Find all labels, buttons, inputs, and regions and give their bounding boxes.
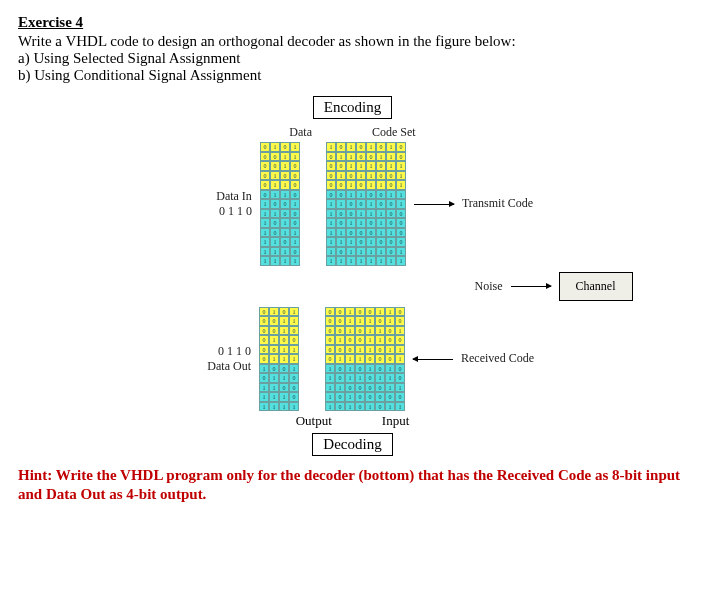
matrix-cell: 0 bbox=[259, 335, 269, 345]
matrix-cell: 0 bbox=[365, 354, 375, 364]
matrix-cell: 0 bbox=[395, 392, 405, 402]
matrix-cell: 0 bbox=[260, 161, 270, 171]
matrix-cell: 1 bbox=[375, 307, 385, 317]
matrix-cell: 0 bbox=[365, 307, 375, 317]
matrix-cell: 1 bbox=[376, 228, 386, 238]
matrix-cell: 0 bbox=[260, 171, 270, 181]
matrix-cell: 0 bbox=[325, 307, 335, 317]
data-in-label: Data In bbox=[172, 189, 252, 204]
matrix-cell: 0 bbox=[269, 364, 279, 374]
matrix-cell: 0 bbox=[386, 180, 396, 190]
data-header: Data bbox=[289, 125, 312, 140]
matrix-cell: 1 bbox=[290, 199, 300, 209]
matrix-cell: 0 bbox=[356, 142, 366, 152]
matrix-cell: 0 bbox=[290, 161, 300, 171]
matrix-cell: 0 bbox=[365, 392, 375, 402]
decoder-data-matrix: 0101001100100100001101111001011011001110… bbox=[259, 307, 299, 412]
matrix-cell: 0 bbox=[326, 190, 336, 200]
encoder-data-matrix: 0101001100100100011001101001110010101011… bbox=[260, 142, 300, 266]
matrix-cell: 1 bbox=[326, 247, 336, 257]
matrix-cell: 0 bbox=[336, 161, 346, 171]
matrix-cell: 1 bbox=[336, 256, 346, 266]
matrix-cell: 1 bbox=[270, 171, 280, 181]
matrix-cell: 1 bbox=[269, 354, 279, 364]
matrix-cell: 0 bbox=[260, 152, 270, 162]
matrix-cell: 1 bbox=[356, 209, 366, 219]
matrix-cell: 1 bbox=[279, 345, 289, 355]
matrix-cell: 0 bbox=[280, 199, 290, 209]
matrix-cell: 1 bbox=[290, 142, 300, 152]
matrix-cell: 1 bbox=[365, 402, 375, 412]
matrix-cell: 1 bbox=[279, 354, 289, 364]
matrix-cell: 0 bbox=[290, 190, 300, 200]
noise-arrow bbox=[511, 286, 551, 287]
matrix-cell: 0 bbox=[270, 218, 280, 228]
matrix-cell: 0 bbox=[326, 161, 336, 171]
matrix-cell: 0 bbox=[290, 180, 300, 190]
matrix-cell: 1 bbox=[326, 237, 336, 247]
matrix-cell: 0 bbox=[325, 345, 335, 355]
matrix-cell: 1 bbox=[290, 228, 300, 238]
matrix-cell: 0 bbox=[260, 142, 270, 152]
matrix-cell: 1 bbox=[365, 364, 375, 374]
matrix-cell: 0 bbox=[366, 190, 376, 200]
matrix-cell: 1 bbox=[346, 152, 356, 162]
matrix-cell: 0 bbox=[385, 326, 395, 336]
matrix-cell: 1 bbox=[270, 180, 280, 190]
matrix-cell: 1 bbox=[270, 237, 280, 247]
matrix-cell: 0 bbox=[336, 218, 346, 228]
matrix-cell: 0 bbox=[396, 142, 406, 152]
matrix-cell: 0 bbox=[289, 326, 299, 336]
matrix-cell: 1 bbox=[326, 256, 336, 266]
received-label: Received Code bbox=[461, 351, 534, 366]
matrix-cell: 1 bbox=[279, 316, 289, 326]
matrix-cell: 1 bbox=[396, 199, 406, 209]
matrix-cell: 0 bbox=[270, 199, 280, 209]
matrix-cell: 1 bbox=[325, 383, 335, 393]
output-label: Output bbox=[296, 413, 332, 429]
matrix-cell: 1 bbox=[259, 402, 269, 412]
matrix-cell: 1 bbox=[396, 180, 406, 190]
matrix-cell: 1 bbox=[289, 364, 299, 374]
matrix-cell: 0 bbox=[259, 316, 269, 326]
matrix-cell: 1 bbox=[385, 402, 395, 412]
matrix-cell: 1 bbox=[289, 307, 299, 317]
decoder-code-matrix: 0010011000111010001011010100110000011011… bbox=[325, 307, 405, 412]
matrix-cell: 0 bbox=[290, 218, 300, 228]
matrix-cell: 1 bbox=[336, 152, 346, 162]
matrix-cell: 0 bbox=[279, 364, 289, 374]
matrix-cell: 1 bbox=[376, 247, 386, 257]
matrix-cell: 1 bbox=[325, 392, 335, 402]
matrix-cell: 1 bbox=[376, 218, 386, 228]
matrix-cell: 0 bbox=[365, 383, 375, 393]
part-b: b) Using Conditional Signal Assignment bbox=[18, 67, 687, 84]
matrix-cell: 1 bbox=[375, 326, 385, 336]
matrix-cell: 0 bbox=[375, 354, 385, 364]
matrix-cell: 1 bbox=[366, 180, 376, 190]
matrix-cell: 0 bbox=[385, 335, 395, 345]
matrix-cell: 0 bbox=[376, 237, 386, 247]
matrix-cell: 1 bbox=[385, 345, 395, 355]
matrix-cell: 1 bbox=[346, 190, 356, 200]
matrix-cell: 0 bbox=[326, 180, 336, 190]
matrix-cell: 0 bbox=[270, 152, 280, 162]
matrix-cell: 1 bbox=[395, 345, 405, 355]
matrix-cell: 0 bbox=[366, 228, 376, 238]
matrix-cell: 0 bbox=[375, 316, 385, 326]
matrix-cell: 1 bbox=[326, 142, 336, 152]
matrix-cell: 0 bbox=[336, 209, 346, 219]
encoder-code-matrix: 1010101001100110001110110101100100101101… bbox=[326, 142, 406, 266]
matrix-cell: 1 bbox=[336, 199, 346, 209]
matrix-cell: 0 bbox=[335, 402, 345, 412]
matrix-cell: 1 bbox=[366, 161, 376, 171]
matrix-cell: 0 bbox=[375, 383, 385, 393]
matrix-cell: 1 bbox=[259, 383, 269, 393]
matrix-cell: 1 bbox=[395, 402, 405, 412]
matrix-cell: 1 bbox=[355, 373, 365, 383]
matrix-cell: 1 bbox=[336, 228, 346, 238]
decoding-label: Decoding bbox=[312, 433, 392, 456]
matrix-cell: 1 bbox=[345, 402, 355, 412]
matrix-cell: 0 bbox=[396, 152, 406, 162]
matrix-cell: 1 bbox=[366, 171, 376, 181]
matrix-cell: 0 bbox=[335, 392, 345, 402]
